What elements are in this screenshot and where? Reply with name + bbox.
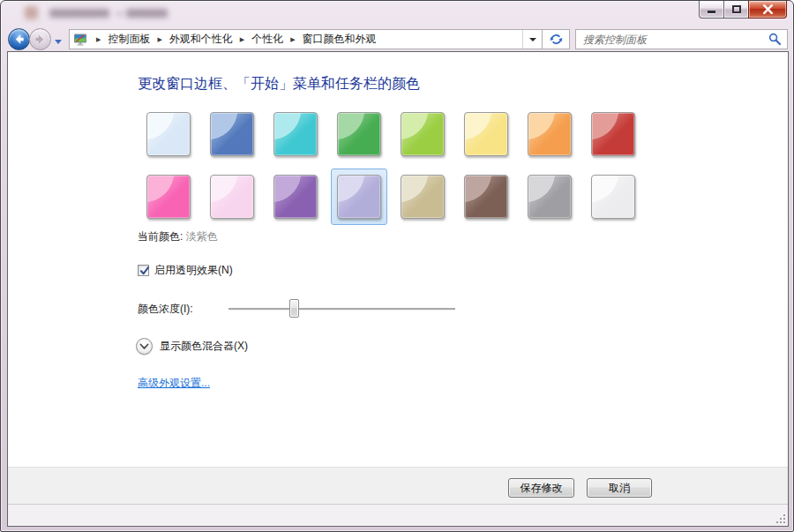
window-title-redacted <box>49 9 109 18</box>
caption-buttons <box>700 1 787 19</box>
color-swatch-blush[interactable] <box>204 169 260 225</box>
refresh-button[interactable] <box>542 29 570 49</box>
color-swatch-lavender[interactable] <box>331 169 387 225</box>
color-intensity-label: 颜色浓度(I): <box>138 302 193 317</box>
breadcrumb-personalization[interactable]: 个性化 <box>250 32 285 47</box>
breadcrumb-window-color[interactable]: 窗口颜色和外观 <box>301 32 378 47</box>
window-title-separator-redacted <box>116 12 123 15</box>
swatch-fill-frost <box>591 175 635 219</box>
swatch-fill-lavender <box>337 175 381 219</box>
color-swatch-chocolate[interactable] <box>458 169 514 225</box>
swatch-fill-chocolate <box>464 175 508 219</box>
color-swatch-lime[interactable] <box>394 106 451 162</box>
navigation-bar: ▶ 控制面板 ▶ 外观和个性化 ▶ 个性化 ▶ 窗口颜色和外观 <box>1 26 793 52</box>
forward-button[interactable] <box>29 28 51 50</box>
color-swatch-taupe[interactable] <box>394 169 451 225</box>
swatch-fill-fuchsia <box>146 175 191 219</box>
color-swatch-grid <box>140 106 641 225</box>
back-button[interactable] <box>8 28 30 50</box>
search-box <box>575 29 788 49</box>
address-dropdown-button[interactable] <box>522 30 542 49</box>
transparency-row: 启用透明效果(N) <box>138 263 233 278</box>
color-intensity-slider-thumb[interactable] <box>289 299 299 318</box>
close-button[interactable] <box>748 1 787 19</box>
swatch-fill-lime <box>401 112 445 156</box>
swatch-fill-pumpkin <box>528 112 572 156</box>
checkmark-icon <box>139 265 151 277</box>
swatch-fill-blush <box>210 175 254 219</box>
breadcrumb-separator-icon: ▶ <box>152 36 167 43</box>
breadcrumb-separator-icon: ▶ <box>91 36 106 43</box>
color-swatch-ruby[interactable] <box>585 106 641 162</box>
advanced-appearance-link[interactable]: 高级外观设置... <box>138 376 210 391</box>
current-color-label: 当前颜色: <box>138 230 183 243</box>
color-swatch-pumpkin[interactable] <box>521 106 578 162</box>
enable-transparency-label: 启用透明效果(N) <box>154 263 233 278</box>
button-bar: 保存修改 取消 <box>8 467 788 504</box>
swatch-fill-twilight <box>210 112 254 156</box>
color-swatch-leaf[interactable] <box>331 106 387 162</box>
maximize-icon <box>732 5 741 13</box>
color-swatch-sea[interactable] <box>267 106 324 162</box>
close-icon <box>762 4 774 14</box>
breadcrumb-separator-icon: ▶ <box>235 36 250 43</box>
show-color-mixer-label: 显示颜色混合器(X) <box>160 339 248 354</box>
color-swatch-sky[interactable] <box>140 106 197 162</box>
chevron-down-icon <box>139 343 149 350</box>
resize-grip[interactable] <box>775 513 785 523</box>
swatch-fill-leaf <box>337 112 381 156</box>
status-bar <box>8 504 788 526</box>
search-input[interactable] <box>576 30 768 49</box>
personalization-icon <box>73 33 87 47</box>
minimize-icon <box>708 11 715 13</box>
window-icon-redacted <box>25 6 38 19</box>
address-bar[interactable]: ▶ 控制面板 ▶ 外观和个性化 ▶ 个性化 ▶ 窗口颜色和外观 <box>69 29 543 49</box>
swatch-fill-ruby <box>591 112 635 156</box>
current-color-line: 当前颜色: 淡紫色 <box>138 229 218 244</box>
page-content: 更改窗口边框、「开始」菜单和任务栏的颜色 当前颜色: 淡紫色 启用透明效果(N)… <box>8 52 788 467</box>
swatch-fill-slate <box>528 175 572 219</box>
minimize-button[interactable] <box>699 1 724 19</box>
expander-circle <box>136 338 153 355</box>
window-title-redacted <box>126 9 168 18</box>
titlebar[interactable] <box>1 1 793 26</box>
swatch-fill-taupe <box>401 175 445 219</box>
swatch-fill-violet <box>273 175 318 219</box>
swatch-fill-sea <box>273 112 318 156</box>
color-swatch-frost[interactable] <box>585 169 641 225</box>
client-area: 更改窗口边框、「开始」菜单和任务栏的颜色 当前颜色: 淡紫色 启用透明效果(N)… <box>7 51 789 527</box>
maximize-button[interactable] <box>723 1 749 19</box>
color-swatch-slate[interactable] <box>521 169 578 225</box>
color-swatch-violet[interactable] <box>267 169 324 225</box>
color-intensity-slider-track[interactable] <box>228 308 455 310</box>
recent-pages-dropdown-icon[interactable] <box>55 40 62 44</box>
breadcrumb-separator-icon: ▶ <box>285 36 300 43</box>
breadcrumb-appearance-personalization[interactable]: 外观和个性化 <box>168 32 235 47</box>
cancel-button[interactable]: 取消 <box>587 478 652 498</box>
color-swatch-twilight[interactable] <box>204 106 260 162</box>
color-swatch-fuchsia[interactable] <box>140 169 197 225</box>
refresh-icon <box>550 33 563 46</box>
page-heading: 更改窗口边框、「开始」菜单和任务栏的颜色 <box>138 75 420 94</box>
enable-transparency-checkbox[interactable] <box>138 265 149 276</box>
current-color-value: 淡紫色 <box>186 230 218 243</box>
swatch-fill-sun <box>464 112 508 156</box>
show-color-mixer-expander[interactable]: 显示颜色混合器(X) <box>136 338 248 355</box>
color-swatch-sun[interactable] <box>458 106 514 162</box>
window-color-appearance-window: ▶ 控制面板 ▶ 外观和个性化 ▶ 个性化 ▶ 窗口颜色和外观 <box>0 0 794 532</box>
breadcrumb-control-panel[interactable]: 控制面板 <box>106 32 152 47</box>
save-changes-button[interactable]: 保存修改 <box>508 478 574 498</box>
forward-arrow-icon <box>34 33 47 46</box>
swatch-fill-sky <box>146 112 191 156</box>
back-arrow-icon <box>12 33 26 46</box>
search-icon[interactable] <box>768 33 782 46</box>
